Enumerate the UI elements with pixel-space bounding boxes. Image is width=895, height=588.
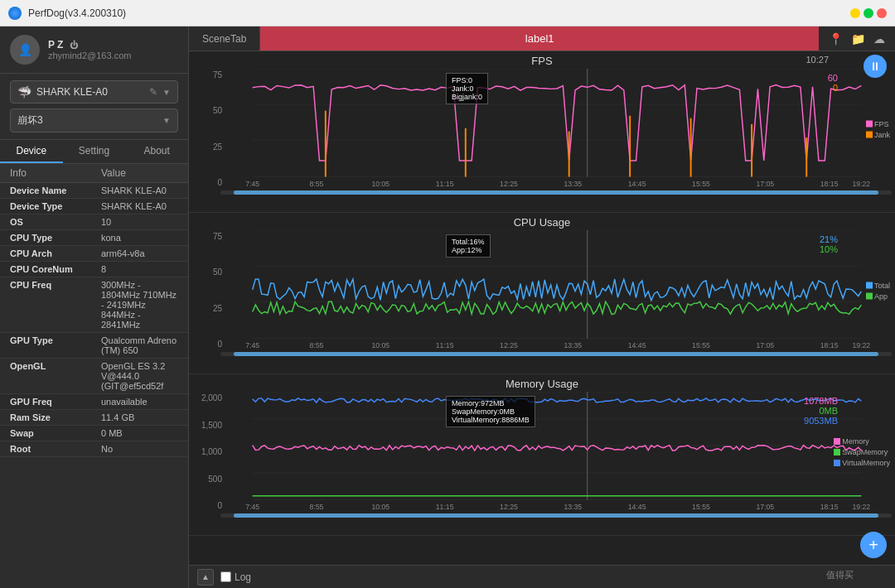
info-value: SHARK KLE-A0 bbox=[101, 201, 178, 211]
svg-text:15:55: 15:55 bbox=[692, 180, 710, 188]
y-axis: 2,0001,5001,0005000 bbox=[192, 392, 222, 512]
scrollbar-thumb[interactable] bbox=[234, 352, 878, 356]
device-select-box[interactable]: 🦈 SHARK KLE-A0 ✎ ▼ bbox=[10, 80, 178, 104]
legend-item: FPS bbox=[866, 119, 890, 128]
charts-area: FPS10:27⏸75502507:458:5510:0511:1512:251… bbox=[189, 51, 895, 565]
legend-item: App bbox=[866, 292, 890, 300]
chart-fps: FPS10:27⏸75502507:458:5510:0511:1512:251… bbox=[189, 51, 895, 213]
chart-memory: Memory Usage2,0001,5001,00050007:458:551… bbox=[189, 374, 895, 536]
tab-about[interactable]: About bbox=[125, 140, 188, 163]
log-checkbox-wrapper[interactable]: Log bbox=[220, 571, 251, 583]
svg-text:14:45: 14:45 bbox=[628, 341, 646, 349]
minimize-button[interactable]: ─ bbox=[850, 8, 860, 18]
chart-legend: TotalApp bbox=[866, 281, 890, 300]
power-icon[interactable]: ⏻ bbox=[70, 41, 78, 50]
restore-button[interactable]: □ bbox=[864, 8, 873, 18]
profile-area: 👤 P Z ⏻ zhymind2@163.com bbox=[0, 27, 188, 74]
app-icon bbox=[8, 7, 22, 20]
app-name-label: 崩坏3 bbox=[17, 113, 157, 128]
info-key: CPU Type bbox=[10, 233, 101, 243]
table-row: Swap0 MB bbox=[0, 426, 188, 441]
info-value: unavailable bbox=[101, 397, 178, 407]
current-value: 9053MB bbox=[804, 416, 838, 426]
info-value: Qualcomm Adreno (TM) 650 bbox=[101, 335, 178, 355]
current-values: 600 bbox=[828, 73, 838, 93]
svg-text:15:55: 15:55 bbox=[692, 341, 710, 349]
info-value: 300MHz - 1804MHz 710MHz - 2419MHz 844MHz… bbox=[101, 280, 178, 330]
chart-scrollbar[interactable] bbox=[220, 352, 892, 356]
table-row: GPU TypeQualcomm Adreno (TM) 650 bbox=[0, 333, 188, 359]
info-key: GPU Type bbox=[10, 335, 101, 355]
location-icon[interactable]: 📍 bbox=[829, 32, 843, 46]
scrollbar-thumb[interactable] bbox=[234, 190, 878, 195]
info-value: 10 bbox=[101, 217, 178, 227]
shark-icon: 🦈 bbox=[17, 85, 31, 99]
watermark: 值得买 bbox=[826, 569, 854, 581]
svg-text:7:45: 7:45 bbox=[245, 341, 259, 349]
info-value: 0 MB bbox=[101, 428, 178, 438]
legend-item: VirtualMemory bbox=[834, 459, 890, 467]
expand-button[interactable]: ▲ bbox=[197, 569, 214, 586]
profile-name: P Z ⏻ bbox=[48, 39, 131, 51]
scene-tab-active[interactable]: label1 bbox=[260, 27, 819, 51]
info-key: OpenGL bbox=[10, 361, 101, 391]
legend-item: Total bbox=[866, 281, 890, 289]
profile-email: zhymind2@163.com bbox=[48, 51, 131, 60]
info-key: Root bbox=[10, 444, 101, 454]
chart-title-memory: Memory Usage bbox=[189, 374, 895, 392]
scene-tab-label: SceneTab bbox=[189, 27, 260, 51]
table-row: RootNo bbox=[0, 441, 188, 457]
svg-text:11:15: 11:15 bbox=[436, 180, 454, 188]
svg-text:7:45: 7:45 bbox=[245, 180, 259, 188]
bottom-bar: ▲ Log bbox=[189, 565, 895, 588]
chart-scrollbar[interactable] bbox=[220, 513, 892, 518]
current-value: 21% bbox=[820, 234, 838, 244]
folder-icon[interactable]: 📁 bbox=[851, 32, 865, 46]
svg-text:19:22: 19:22 bbox=[852, 180, 870, 188]
title-bar: PerfDog(v3.4.200310) ─ □ ✕ bbox=[0, 0, 895, 27]
add-chart-button[interactable]: + bbox=[860, 532, 887, 558]
y-axis: 7550250 bbox=[192, 230, 222, 350]
table-row: CPU Freq300MHz - 1804MHz 710MHz - 2419MH… bbox=[0, 277, 188, 333]
tab-setting[interactable]: Setting bbox=[63, 140, 126, 163]
info-table-header: Info Value bbox=[0, 164, 188, 183]
current-value: 0 bbox=[828, 83, 838, 93]
sidebar: 👤 P Z ⏻ zhymind2@163.com 🦈 SHARK KLE-A0 … bbox=[0, 27, 189, 588]
svg-text:12:25: 12:25 bbox=[500, 341, 518, 349]
svg-text:10:05: 10:05 bbox=[371, 341, 389, 349]
chart-scrollbar[interactable] bbox=[220, 190, 892, 195]
scrollbar-thumb[interactable] bbox=[234, 513, 878, 518]
close-button[interactable]: ✕ bbox=[877, 8, 887, 18]
svg-container-fps: 7:458:5510:0511:1512:2513:3514:4515:5517… bbox=[222, 69, 892, 189]
table-row: OS10 bbox=[0, 214, 188, 230]
chart-svg-cpu: 7:458:5510:0511:1512:2513:3514:4515:5517… bbox=[222, 230, 892, 350]
chart-legend: FPSJank bbox=[866, 119, 890, 138]
scene-tab-icons: 📍 📁 ☁ bbox=[819, 27, 895, 51]
value-col-header: Value bbox=[101, 167, 178, 179]
chevron-down-icon: ▼ bbox=[162, 88, 171, 97]
svg-text:13:35: 13:35 bbox=[564, 180, 582, 188]
info-key: CPU Arch bbox=[10, 248, 101, 258]
svg-text:17:05: 17:05 bbox=[756, 180, 774, 188]
edit-icon[interactable]: ✎ bbox=[149, 86, 157, 98]
app-select-box[interactable]: 崩坏3 ▼ bbox=[10, 108, 178, 133]
tab-device[interactable]: Device bbox=[0, 140, 63, 163]
current-value: 0MB bbox=[804, 406, 838, 416]
log-checkbox-input[interactable] bbox=[220, 571, 231, 582]
scene-tab-bar: SceneTab label1 📍 📁 ☁ bbox=[189, 27, 895, 51]
info-key: CPU Freq bbox=[10, 280, 101, 330]
svg-text:19:22: 19:22 bbox=[852, 503, 870, 511]
current-value: 1078MB bbox=[804, 396, 838, 406]
svg-text:12:25: 12:25 bbox=[500, 180, 518, 188]
cloud-icon[interactable]: ☁ bbox=[873, 32, 885, 46]
info-value: No bbox=[101, 444, 178, 454]
profile-info: P Z ⏻ zhymind2@163.com bbox=[48, 39, 131, 60]
table-row: OpenGLOpenGL ES 3.2 V@444.0 (GIT@ef5cd52… bbox=[0, 359, 188, 394]
chart-title-fps: FPS bbox=[189, 51, 895, 69]
current-value: 60 bbox=[828, 73, 838, 83]
chart-svg-memory: 7:458:5510:0511:1512:2513:3514:4515:5517… bbox=[222, 392, 892, 512]
legend-item: Memory bbox=[834, 437, 890, 446]
svg-text:17:05: 17:05 bbox=[756, 503, 774, 511]
window-controls: ─ □ ✕ bbox=[850, 8, 887, 18]
main-content: SceneTab label1 📍 📁 ☁ FPS10:27⏸75502507:… bbox=[189, 27, 895, 588]
